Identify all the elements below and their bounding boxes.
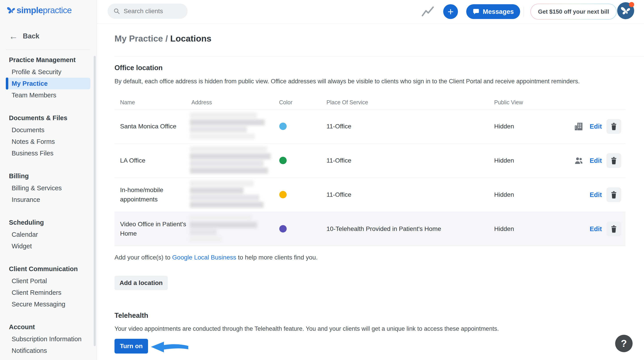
sidebar-item-billing-services[interactable]: Billing & Services (0, 182, 96, 194)
sidebar-item-subscription-information[interactable]: Subscription Information (0, 333, 96, 345)
telehealth-title: Telehealth (114, 312, 148, 320)
trash-icon (610, 157, 618, 164)
table-row-santa-monica-office: Santa Monica Office 11-Office Hidden Edi… (114, 109, 626, 144)
top-bar: Search clients + Messages Get $150 off y… (97, 0, 644, 23)
turn-on-telehealth-button[interactable]: Turn on (114, 339, 148, 354)
edit-location-link[interactable]: Edit (590, 225, 602, 233)
butterfly-avatar-icon (620, 5, 631, 16)
sidebar-item-my-practice[interactable]: My Practice (0, 78, 96, 89)
header-divider (524, 7, 524, 17)
sidebar-item-notifications[interactable]: Notifications (0, 345, 96, 357)
trash-icon (610, 191, 618, 198)
locations-table-header: Name Address Color Place Of Service Publ… (114, 96, 626, 109)
search-placeholder: Search clients (124, 7, 163, 15)
edit-location-link[interactable]: Edit (590, 191, 602, 198)
two-people-icon (574, 156, 584, 165)
breadcrumb-my-practice[interactable]: My Practice (114, 34, 163, 43)
column-header-address: Address (192, 99, 212, 106)
google-local-business-link[interactable]: Google Local Business (172, 254, 236, 261)
section-divider (114, 56, 644, 57)
locations-table: Name Address Color Place Of Service Publ… (114, 96, 626, 246)
location-name: Video Office in Patient's Home (120, 219, 188, 238)
analytics-trend-icon[interactable] (422, 6, 434, 17)
sidebar-item-documents[interactable]: Documents (0, 124, 96, 136)
sidebar-item-insurance[interactable]: Insurance (0, 194, 96, 205)
trash-icon (610, 123, 618, 130)
delete-location-button[interactable] (606, 153, 621, 168)
delete-location-button[interactable] (606, 119, 621, 134)
location-name: LA Office (120, 156, 188, 165)
sidebar: simplepractice ← Back Practice Managemen… (0, 0, 97, 360)
annotation-arrow-icon (150, 342, 189, 353)
location-color-dot (279, 225, 287, 232)
building-icon (574, 122, 584, 131)
place-of-service: 10-Telehealth Provided in Patient's Home (326, 225, 441, 232)
location-color-dot (279, 123, 287, 130)
promo-offer-button[interactable]: Get $150 off your next bill (530, 3, 617, 20)
question-mark-icon: ? (621, 338, 627, 349)
search-icon (113, 8, 120, 14)
nav-header-client-communication: Client Communication (0, 263, 96, 275)
back-button[interactable]: ← Back (9, 31, 39, 41)
nav-section-practice-management: Practice Management Profile & Security M… (0, 54, 96, 101)
office-location-title: Office location (114, 64, 162, 72)
back-arrow-icon: ← (9, 31, 18, 41)
breadcrumb-locations: Locations (170, 34, 211, 43)
main-content: My Practice / Locations Office location … (97, 23, 644, 360)
sidebar-item-secure-messaging[interactable]: Secure Messaging (0, 298, 96, 310)
telehealth-description: Your video appointments are conducted th… (114, 325, 499, 332)
nav-section-documents-files: Documents & Files Documents Notes & Form… (0, 112, 96, 159)
nav-section-billing: Billing Billing & Services Insurance (0, 170, 96, 205)
location-name: In-home/mobile appointments (120, 185, 188, 204)
sidebar-item-team-members[interactable]: Team Members (0, 89, 96, 101)
place-of-service: 11-Office (326, 123, 351, 130)
sidebar-item-profile-security[interactable]: Profile & Security (0, 66, 96, 78)
sidebar-item-business-files[interactable]: Business Files (0, 147, 96, 159)
sidebar-item-calendar[interactable]: Calendar (0, 229, 96, 240)
trash-icon (610, 225, 618, 233)
table-row-video-office: Video Office in Patient's Home 10-Telehe… (114, 212, 626, 246)
nav-section-client-communication: Client Communication Client Portal Clien… (0, 263, 96, 310)
add-location-button[interactable]: Add a location (114, 276, 168, 290)
sidebar-item-client-portal[interactable]: Client Portal (0, 275, 96, 287)
nav-header-scheduling: Scheduling (0, 216, 96, 229)
google-line-prefix: Add your office(s) to (114, 254, 172, 261)
sidebar-item-client-reminders[interactable]: Client Reminders (0, 287, 96, 298)
help-button[interactable]: ? (615, 335, 632, 352)
simplepractice-logo[interactable]: simplepractice (7, 5, 72, 15)
nav-section-scheduling: Scheduling Calendar Widget (0, 216, 96, 252)
table-row-la-office: LA Office 11-Office Hidden Edit (114, 144, 626, 178)
office-location-description: By default, each office address is hidde… (114, 78, 580, 85)
selected-item-accent-bar (6, 77, 8, 90)
butterfly-logo-icon (7, 6, 16, 15)
nav-header-documents-files: Documents & Files (0, 112, 96, 124)
place-of-service: 11-Office (326, 157, 351, 164)
column-header-place-of-service: Place Of Service (326, 99, 368, 106)
notification-dot (629, 2, 634, 7)
sidebar-item-widget[interactable]: Widget (0, 240, 96, 252)
edit-location-link[interactable]: Edit (590, 123, 602, 130)
sidebar-item-notes-forms[interactable]: Notes & Forms (0, 136, 96, 147)
chat-bubble-icon (472, 8, 480, 15)
delete-location-button[interactable] (606, 221, 621, 236)
public-view-status: Hidden (494, 225, 514, 232)
messages-label: Messages (483, 8, 514, 15)
google-line-suffix: to help more clients find you. (236, 254, 318, 261)
account-avatar[interactable] (617, 2, 634, 19)
nav-section-account: Account Subscription Information Notific… (0, 321, 96, 357)
messages-button[interactable]: Messages (466, 4, 520, 19)
location-color-dot (279, 191, 287, 198)
create-new-button[interactable]: + (443, 4, 458, 19)
redacted-address (190, 113, 273, 141)
search-input[interactable]: Search clients (108, 3, 188, 19)
public-view-status: Hidden (494, 157, 514, 164)
delete-location-button[interactable] (606, 187, 621, 202)
public-view-status: Hidden (494, 191, 514, 198)
column-header-color: Color (279, 99, 292, 106)
sidebar-scrollbar[interactable] (94, 56, 96, 346)
simplepractice-app: simplepractice ← Back Practice Managemen… (0, 0, 644, 360)
google-local-business-line: Add your office(s) to Google Local Busin… (114, 254, 318, 261)
nav-header-billing: Billing (0, 170, 96, 182)
redacted-address (190, 181, 273, 209)
edit-location-link[interactable]: Edit (590, 157, 602, 164)
